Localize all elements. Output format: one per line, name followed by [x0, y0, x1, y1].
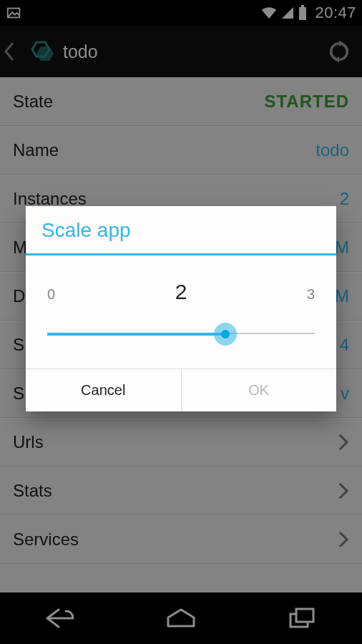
ok-button[interactable]: OK	[182, 369, 337, 411]
dialog-title: Scale app	[26, 206, 336, 253]
slider-labels: 0 2 3	[47, 280, 315, 304]
instances-slider[interactable]	[47, 320, 315, 348]
slider-fill	[47, 333, 225, 336]
dialog-button-bar: Cancel OK	[26, 369, 336, 411]
dialog-body: 0 2 3	[26, 255, 336, 369]
cancel-button[interactable]: Cancel	[26, 369, 182, 411]
slider-max-label: 3	[307, 286, 315, 303]
slider-min-label: 0	[47, 286, 55, 303]
screen: 20:47 todo State STARTED Name todo Insta	[0, 0, 362, 644]
slider-current-value: 2	[175, 280, 187, 304]
slider-thumb[interactable]	[214, 323, 237, 346]
scale-app-dialog: Scale app 0 2 3 Cancel OK	[26, 206, 336, 411]
